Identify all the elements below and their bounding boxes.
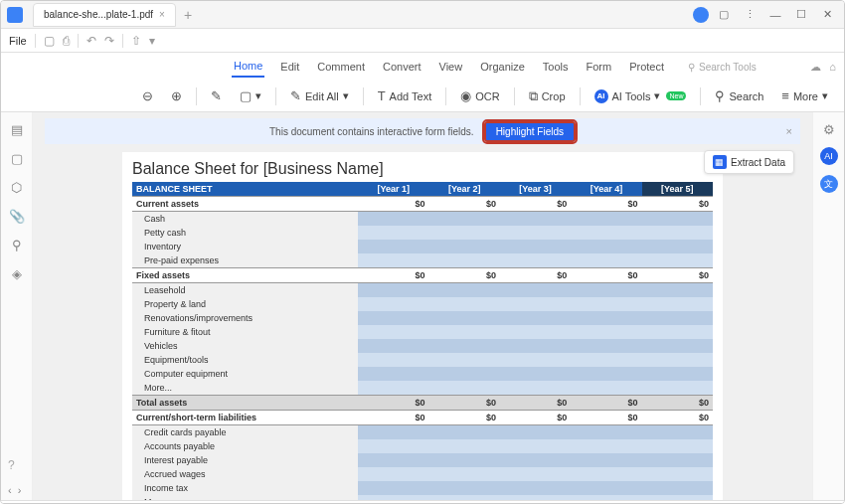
page-title: Balance Sheet for [Business Name] [132, 160, 713, 178]
settings-icon[interactable]: ⚙ [823, 122, 835, 137]
save-icon[interactable]: ▢ [44, 34, 55, 48]
header-year: [Year 3] [500, 182, 571, 197]
shield-icon[interactable]: ⬡ [11, 180, 22, 195]
close-window-button[interactable]: ✕ [816, 4, 838, 26]
balance-sheet-table: BALANCE SHEET [Year 1] [Year 2] [Year 3]… [132, 182, 713, 500]
table-row: Computer equipment [132, 367, 713, 381]
search-panel-icon[interactable]: ⚲ [12, 238, 22, 252]
table-row: Property & land [132, 297, 713, 311]
separator [196, 87, 197, 105]
table-row: Income tax [132, 481, 713, 495]
quick-access-bar: File ▢ ⎙ ↶ ↷ ⇧ ▾ [1, 29, 844, 53]
menubar: Home Edit Comment Convert View Organize … [1, 53, 844, 81]
highlighter-button[interactable]: ✎ [207, 86, 226, 105]
separator [514, 87, 515, 105]
section-row: Current/short-term liabilities$0$0$0$0$0 [132, 411, 713, 425]
menu-organize[interactable]: Organize [478, 57, 527, 77]
file-menu[interactable]: File [9, 35, 27, 47]
table-row: Furniture & fitout [132, 325, 713, 339]
extract-data-button[interactable]: ▦ Extract Data [704, 150, 794, 174]
highlight-fields-button[interactable]: Highlight Fields [484, 121, 576, 142]
print-icon[interactable]: ⎙ [63, 34, 70, 48]
search-tools-placeholder: Search Tools [699, 62, 757, 73]
header-year: [Year 2] [429, 182, 500, 197]
ai-tools-button[interactable]: AIAI Tools▾New [591, 87, 691, 105]
crop-button[interactable]: ⧉Crop [525, 86, 570, 106]
separator [700, 87, 701, 105]
search-icon: ⚲ [715, 88, 725, 103]
more-button[interactable]: ≡More▾ [777, 86, 832, 105]
menu-convert[interactable]: Convert [381, 57, 423, 77]
edit-all-button[interactable]: ✎Edit All▾ [286, 86, 353, 105]
user-avatar[interactable] [693, 7, 709, 23]
maximize-button[interactable]: ☐ [790, 4, 812, 26]
next-icon[interactable]: › [18, 484, 22, 496]
total-row: Total assets$0$0$0$0$0 [132, 396, 713, 411]
tab-title: balance-she...plate-1.pdf [44, 9, 153, 20]
pencil-icon: ✎ [290, 88, 301, 103]
dropdown-icon[interactable]: ▾ [149, 34, 155, 48]
prev-icon[interactable]: ‹ [8, 484, 12, 496]
separator [122, 34, 123, 48]
undo-icon[interactable]: ↶ [86, 34, 96, 48]
header-year: [Year 4] [571, 182, 641, 197]
table-row: Leasehold [132, 283, 713, 298]
minimize-button[interactable]: — [764, 4, 786, 26]
separator [78, 34, 79, 48]
menu-icon: ≡ [781, 88, 789, 103]
highlighter-icon: ✎ [211, 88, 222, 103]
right-sidebar: ⚙ AI 文 [812, 112, 844, 500]
menu-comment[interactable]: Comment [315, 57, 367, 77]
menu-protect[interactable]: Protect [627, 57, 666, 77]
layers-icon[interactable]: ◈ [12, 266, 22, 281]
menu-tools[interactable]: Tools [541, 57, 571, 77]
add-tab-button[interactable]: + [184, 7, 192, 23]
redo-icon[interactable]: ↷ [104, 34, 114, 48]
menu-home[interactable]: Home [232, 56, 264, 78]
translate-icon[interactable]: 文 [820, 175, 838, 193]
cloud-icon[interactable]: ☁ [810, 61, 821, 74]
attachment-icon[interactable]: 📎 [9, 209, 25, 224]
ocr-button[interactable]: ◉OCR [456, 86, 503, 105]
separator [275, 87, 276, 105]
share-icon[interactable]: ⇧ [131, 34, 141, 48]
table-row: Accounts payable [132, 439, 713, 453]
header-year: [Year 1] [358, 182, 428, 197]
zoom-in-icon: ⊕ [171, 88, 182, 103]
new-badge: New [666, 91, 686, 100]
search-tools[interactable]: ⚲ Search Tools [688, 62, 757, 73]
app-icon [1, 1, 29, 29]
banner-close-icon[interactable]: × [786, 125, 792, 137]
sidebar-nav: ‹ › [8, 484, 21, 496]
document-tab[interactable]: balance-she...plate-1.pdf × [33, 3, 176, 27]
crop-icon: ⧉ [529, 88, 538, 104]
window-pane-icon[interactable]: ▢ [713, 4, 735, 26]
ai-panel-icon[interactable]: AI [820, 147, 838, 165]
table-row: Vehicles [132, 339, 713, 353]
bookmark-icon[interactable]: ▢ [11, 151, 23, 166]
close-icon[interactable]: × [159, 9, 165, 20]
table-row: Petty cash [132, 226, 713, 240]
table-header-row: BALANCE SHEET [Year 1] [Year 2] [Year 3]… [132, 182, 713, 197]
menu-edit[interactable]: Edit [278, 57, 301, 77]
add-text-button[interactable]: TAdd Text [374, 86, 436, 105]
table-row: Interest payable [132, 453, 713, 467]
help-icon[interactable]: ? [8, 458, 15, 472]
menu-view[interactable]: View [437, 57, 465, 77]
zoom-in-button[interactable]: ⊕ [167, 86, 186, 105]
zoom-out-button[interactable]: ⊖ [138, 86, 157, 105]
table-row: Pre-paid expenses [132, 253, 713, 268]
extract-icon: ▦ [713, 155, 727, 169]
menu-form[interactable]: Form [585, 57, 614, 77]
separator [580, 87, 581, 105]
shape-button[interactable]: ▢▾ [236, 86, 265, 105]
search-button[interactable]: ⚲Search [711, 86, 767, 105]
header-label: BALANCE SHEET [132, 182, 358, 197]
separator [445, 87, 446, 105]
thumbnail-icon[interactable]: ▤ [11, 122, 23, 137]
home-icon[interactable]: ⌂ [829, 61, 836, 74]
ocr-icon: ◉ [460, 88, 471, 103]
extract-label: Extract Data [731, 157, 785, 168]
window-more-icon[interactable]: ⋮ [739, 4, 760, 26]
separator [35, 34, 36, 48]
